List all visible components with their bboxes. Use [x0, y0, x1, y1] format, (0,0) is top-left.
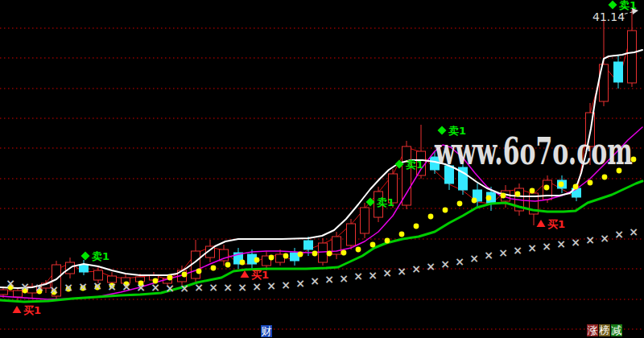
- sell-signal: 卖1: [395, 159, 424, 171]
- jian-badge[interactable]: 减: [611, 324, 622, 336]
- sell-signal: 卖1: [81, 250, 110, 262]
- bang-badge[interactable]: 榜: [599, 324, 610, 336]
- svg-text:×: ×: [513, 244, 522, 257]
- sell-signal-label: 卖1: [377, 196, 394, 208]
- svg-text:×: ×: [122, 280, 131, 293]
- svg-text:×: ×: [353, 270, 363, 282]
- candle-down: [614, 62, 623, 82]
- svg-text:×: ×: [165, 282, 175, 295]
- svg-text:×: ×: [281, 278, 291, 291]
- svg-text:×: ×: [397, 265, 407, 278]
- zhang-badge[interactable]: 涨: [587, 324, 598, 336]
- candle-up: [319, 243, 328, 262]
- svg-text:×: ×: [324, 273, 334, 286]
- candle-up: [347, 224, 356, 245]
- svg-text:×: ×: [151, 281, 160, 294]
- svg-text:×: ×: [368, 269, 378, 282]
- buy-triangle-icon: [13, 306, 22, 313]
- footer-right-badges: 涨 榜 减: [587, 324, 622, 336]
- svg-text:×: ×: [382, 266, 392, 279]
- candle-down: [304, 241, 313, 249]
- sell-diamond-icon: [609, 1, 617, 10]
- svg-text:×: ×: [498, 246, 508, 259]
- watermark: www.6o7o.com: [434, 130, 633, 173]
- buy-signals: 买1买1买1: [13, 218, 566, 316]
- buy-triangle-icon: [241, 270, 250, 278]
- svg-text:×: ×: [180, 282, 189, 295]
- svg-text:×: ×: [194, 281, 204, 294]
- svg-text:×: ×: [600, 232, 609, 245]
- buy-signal-label: 买1: [547, 218, 565, 230]
- candle-down: [80, 265, 89, 272]
- svg-text:×: ×: [527, 241, 537, 254]
- svg-text:×: ×: [295, 277, 305, 290]
- svg-text:×: ×: [78, 280, 88, 293]
- svg-text:×: ×: [93, 279, 102, 292]
- sell-diamond-icon: [81, 252, 90, 261]
- candle-up: [402, 146, 411, 205]
- sell-signal: 卖1: [366, 196, 395, 208]
- svg-text:×: ×: [223, 281, 233, 294]
- buy-triangle-icon: [537, 220, 546, 227]
- svg-text:×: ×: [556, 237, 566, 250]
- candle-up: [361, 208, 369, 233]
- svg-text:×: ×: [20, 280, 30, 293]
- buy-signal-label: 买1: [23, 304, 41, 316]
- candle-up: [628, 31, 637, 83]
- svg-text:×: ×: [252, 280, 262, 293]
- svg-text:×: ×: [629, 225, 638, 238]
- stock-chart-window: ××××××××××××××××××××××××××××××××××××××××…: [0, 0, 644, 338]
- svg-text:×: ×: [585, 233, 595, 246]
- svg-text:×: ×: [35, 281, 44, 294]
- svg-text:×: ×: [208, 281, 218, 294]
- svg-text:×: ×: [107, 280, 117, 293]
- svg-text:×: ×: [426, 260, 436, 273]
- candle-up: [0, 290, 8, 295]
- svg-text:×: ×: [136, 281, 146, 294]
- chart-canvas[interactable]: ××××××××××××××××××××××××××××××××××××××××…: [0, 0, 644, 338]
- buy-signal: 买1: [537, 218, 566, 230]
- svg-text:×: ×: [571, 236, 580, 249]
- svg-text:×: ×: [49, 283, 59, 296]
- svg-text:×: ×: [64, 281, 73, 294]
- svg-text:×: ×: [614, 228, 624, 241]
- svg-text:×: ×: [469, 252, 479, 265]
- price-label: 41.14: [592, 10, 625, 23]
- svg-text:×: ×: [266, 279, 276, 292]
- buy-signal-label: 买1: [251, 269, 269, 281]
- svg-text:×: ×: [237, 281, 247, 294]
- sell-signal-label: 卖1: [92, 250, 109, 262]
- svg-text:×: ×: [411, 262, 421, 275]
- sell-signal-label: 卖1: [406, 159, 423, 171]
- svg-text:×: ×: [484, 249, 493, 262]
- cai-badge[interactable]: 财: [261, 325, 272, 337]
- svg-text:×: ×: [455, 255, 464, 268]
- svg-text:×: ×: [440, 258, 450, 270]
- svg-text:×: ×: [542, 240, 551, 253]
- svg-text:×: ×: [310, 274, 320, 287]
- svg-text:×: ×: [6, 277, 15, 290]
- watermark-text: www.6o7o.com: [434, 130, 633, 173]
- svg-text:×: ×: [339, 272, 349, 285]
- buy-signal: 买1: [13, 304, 42, 316]
